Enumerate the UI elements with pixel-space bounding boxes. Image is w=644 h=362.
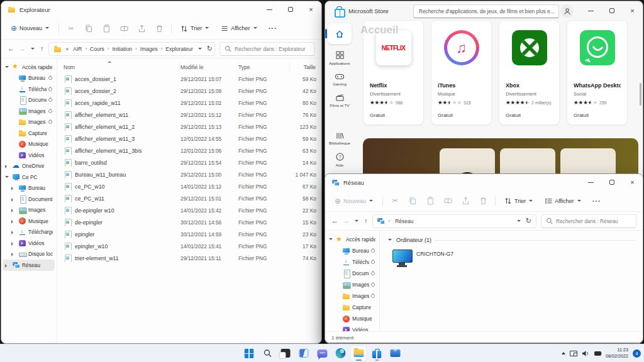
sidebar-item[interactable]: Musique (3, 216, 55, 227)
sidebar-item[interactable]: Documents (3, 194, 55, 205)
nav-help[interactable]: ? Aide (325, 148, 354, 170)
share-button[interactable] (133, 21, 150, 36)
file-row[interactable]: acces_dossier_1 29/12/2021 15:07 Fichier… (57, 73, 321, 85)
expander-icon[interactable] (335, 327, 340, 331)
file-row[interactable]: de-epingler 30/12/2021 14:56 Fichier PNG… (57, 216, 321, 228)
breadcrumb-segment[interactable]: Réseau (393, 218, 415, 224)
paste-button[interactable] (422, 194, 438, 209)
breadcrumb-overflow[interactable]: « (64, 46, 71, 52)
store-app-card[interactable]: Xbox Divertissement ★★★★★★★★★★ 2 millier… (499, 20, 560, 125)
up-button[interactable]: ↑ (364, 217, 368, 224)
refresh-icon[interactable]: ↻ (526, 217, 531, 224)
sidebar-item[interactable]: Réseau (3, 260, 55, 271)
store-app-card[interactable]: WhatsApp Desktop Social ★★★★★★★★★★ 259 G… (567, 20, 628, 125)
expander-icon[interactable] (335, 304, 340, 310)
address-bar[interactable]: › Réseau ↻ (372, 214, 537, 228)
expander-icon[interactable] (11, 251, 16, 257)
store-app-card[interactable]: iTunes Musique ★★★★★★★★★★ 315 Gratuit (431, 20, 492, 125)
file-explorer-button[interactable] (351, 346, 367, 361)
sort-button[interactable]: Trier (175, 22, 214, 35)
file-row[interactable]: de-epingler w10 14/01/2022 15:42 Fichier… (57, 204, 321, 216)
sidebar-item[interactable]: Musique (3, 139, 55, 150)
sidebar-item[interactable]: Téléchargements (326, 256, 377, 268)
sidebar-item[interactable]: Documents (3, 95, 55, 106)
sidebar-item[interactable]: Images (3, 205, 55, 216)
close-button[interactable]: × (622, 1, 643, 20)
expander-icon[interactable] (11, 75, 16, 81)
breadcrumb-segment[interactable]: AIR (71, 46, 84, 52)
widgets-button[interactable] (296, 346, 312, 361)
tray-overflow-icon[interactable] (562, 352, 565, 354)
back-button[interactable]: ← (8, 45, 14, 52)
task-view-button[interactable] (278, 346, 294, 361)
history-chevron-icon[interactable] (354, 218, 360, 224)
more-button[interactable]: ··· (588, 195, 606, 207)
file-row[interactable]: afficher_element_w11_2 29/12/2021 15:13 … (57, 121, 321, 133)
sidebar-item[interactable]: Images (3, 117, 55, 128)
expander-icon[interactable] (11, 130, 16, 136)
sidebar-item[interactable]: Téléchargements (3, 84, 55, 95)
share-button[interactable] (457, 194, 474, 209)
file-row[interactable]: acces_dossier_2 29/12/2021 15:08 Fichier… (57, 85, 321, 97)
maximize-button[interactable] (280, 1, 301, 18)
expander-icon[interactable] (11, 218, 16, 224)
account-avatar[interactable] (560, 4, 574, 18)
minimize-button[interactable] (580, 174, 601, 190)
computer-group-header[interactable]: Ordinateur (1) (387, 237, 635, 243)
expander-icon[interactable] (11, 97, 16, 103)
sidebar-item[interactable]: Bureau (3, 183, 55, 194)
file-row[interactable]: afficher_element_w11_3 12/01/2022 14:55 … (57, 133, 321, 145)
network-status-icon[interactable] (570, 351, 577, 356)
rename-button[interactable] (440, 194, 456, 209)
new-button[interactable]: ⊕ Nouveau (6, 22, 55, 35)
expander-icon[interactable] (335, 282, 340, 288)
copy-button[interactable] (80, 21, 97, 36)
expander-icon[interactable] (4, 163, 10, 169)
sidebar-item[interactable]: Documents (326, 268, 377, 279)
sidebar-item[interactable]: OneDrive (3, 161, 55, 172)
address-bar[interactable]: « AIR› Cours› Initiation› Images› Explor… (48, 42, 216, 56)
start-button[interactable] (242, 346, 257, 361)
expander-icon[interactable] (11, 119, 16, 125)
file-row[interactable]: afficher_element_w11_3bis 12/01/2022 15:… (57, 145, 321, 156)
expander-icon[interactable] (335, 293, 340, 299)
volume-icon[interactable] (582, 350, 590, 357)
expander-icon[interactable] (11, 152, 16, 158)
edge-button[interactable] (333, 346, 348, 361)
column-header-modified[interactable]: Modifié le (180, 62, 238, 71)
camera-icon[interactable] (594, 351, 601, 356)
sidebar-item[interactable]: Accès rapide (326, 234, 377, 245)
rename-button[interactable] (116, 21, 132, 36)
sidebar-item[interactable]: Capture (326, 302, 377, 313)
expander-icon[interactable] (335, 270, 340, 277)
taskbar-search-button[interactable] (260, 346, 275, 361)
file-row[interactable]: trier-element_w11 29/12/2021 15:11 Fichi… (57, 252, 321, 264)
view-button[interactable]: Afficher (216, 22, 262, 35)
more-button[interactable]: ··· (264, 22, 282, 35)
expander-icon[interactable] (11, 86, 16, 92)
expander-icon[interactable] (11, 207, 16, 213)
file-row[interactable]: ce_PC_w10 14/01/2022 15:12 Fichier PNG 6… (57, 180, 321, 192)
column-header-type[interactable]: Type (238, 62, 290, 71)
sidebar-item[interactable]: Images (3, 106, 55, 117)
maximize-button[interactable] (601, 1, 622, 20)
nav-gaming[interactable]: Gaming (325, 69, 354, 89)
sidebar-item[interactable]: Téléchargements (3, 227, 55, 238)
delete-button[interactable] (475, 194, 491, 209)
file-row[interactable]: epingler_w10 14/01/2022 15:41 Fichier PN… (57, 240, 321, 252)
sidebar-item[interactable]: Disque local (C:) (3, 249, 55, 260)
sidebar-item[interactable]: Bureau (326, 245, 377, 256)
expander-icon[interactable] (11, 108, 16, 114)
column-header-size[interactable]: Taille (290, 62, 321, 71)
search-input[interactable]: Rechercher dans : Réseau (541, 214, 636, 228)
file-row[interactable]: afficher_element_w11 29/12/2021 15:12 Fi… (57, 109, 321, 121)
file-row[interactable]: epingler 30/12/2021 14:59 Fichier PNG 23… (57, 228, 321, 240)
sort-button[interactable]: Trier (499, 194, 538, 207)
close-button[interactable]: × (622, 174, 643, 190)
breadcrumb-segment[interactable]: Cours (88, 46, 106, 52)
address-chevron-icon[interactable] (516, 218, 522, 224)
sidebar-item[interactable]: Bureau (3, 73, 55, 84)
new-button[interactable]: ⊕ Nouveau (330, 195, 379, 207)
sidebar-item[interactable]: Images (326, 279, 377, 290)
cut-button[interactable]: ✂ (387, 194, 403, 209)
